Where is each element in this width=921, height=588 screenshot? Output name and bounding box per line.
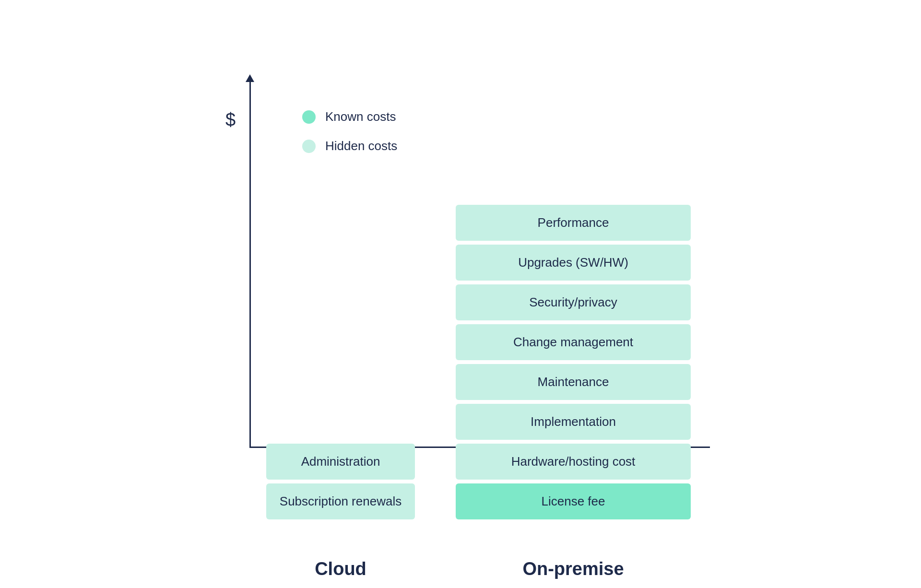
onprem-bar-4: Maintenance <box>456 364 691 400</box>
cloud-bar-0: Administration <box>266 444 415 480</box>
onprem-bar-6: Hardware/hosting cost <box>456 444 691 480</box>
cloud-bar-1: Subscription renewals <box>266 483 415 519</box>
cloud-column-label: Cloud <box>266 559 415 579</box>
y-axis-arrow <box>246 74 254 82</box>
legend-known-costs: Known costs <box>302 109 397 124</box>
onprem-bar-7: License fee <box>456 483 691 519</box>
known-costs-dot <box>302 110 316 124</box>
legend: Known costs Hidden costs <box>302 109 397 168</box>
onpremise-column-label: On-premise <box>456 559 691 579</box>
legend-hidden-costs: Hidden costs <box>302 139 397 153</box>
onprem-bar-3: Change management <box>456 324 691 360</box>
onprem-bar-0: Performance <box>456 205 691 241</box>
onprem-bar-2: Security/privacy <box>456 284 691 320</box>
y-axis-label: $ <box>225 109 236 130</box>
known-costs-label: Known costs <box>325 109 396 124</box>
hidden-costs-dot <box>302 140 316 153</box>
cloud-bars-container: AdministrationSubscription renewals <box>266 444 415 519</box>
hidden-costs-label: Hidden costs <box>325 139 397 153</box>
y-axis <box>249 78 251 447</box>
chart-container: $ Known costs Hidden costs Administratio… <box>173 54 748 534</box>
onprem-bar-1: Upgrades (SW/HW) <box>456 245 691 281</box>
onpremise-bars-container: PerformanceUpgrades (SW/HW)Security/priv… <box>456 205 691 519</box>
onprem-bar-5: Implementation <box>456 404 691 440</box>
